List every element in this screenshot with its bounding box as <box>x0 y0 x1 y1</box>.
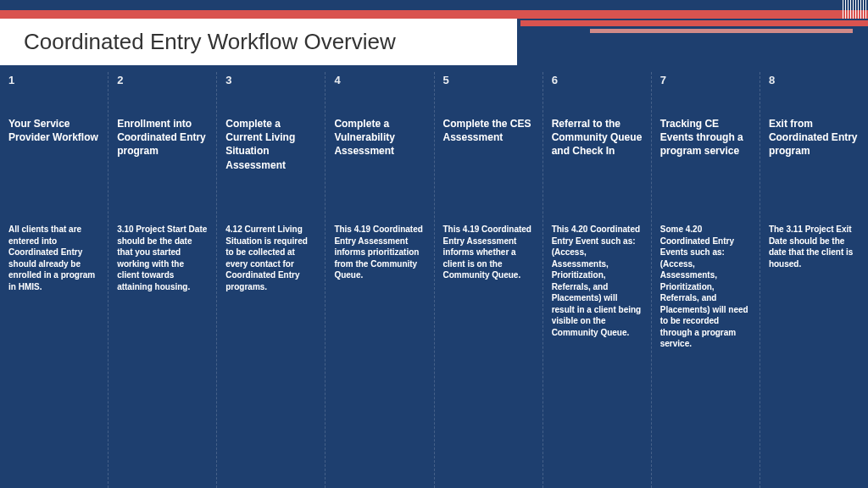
workflow-step: 3 Complete a Current Living Situation As… <box>216 72 325 488</box>
edge-lines-decoration <box>843 0 868 19</box>
workflow-step: 5 Complete the CES Assessment This 4.19 … <box>434 72 542 488</box>
step-title: Your Service Provider Workflow <box>8 117 99 210</box>
step-body: Some 4.20 Coordinated Entry Events such … <box>660 224 751 350</box>
step-title: Exit from Coordinated Entry program <box>769 117 860 210</box>
workflow-grid: 1 Your Service Provider Workflow All cli… <box>0 72 868 488</box>
step-number: 6 <box>552 74 643 86</box>
step-number: 4 <box>334 74 425 86</box>
step-number: 3 <box>225 74 316 86</box>
workflow-step: 2 Enrollment into Coordinated Entry prog… <box>108 72 216 488</box>
step-number: 7 <box>660 74 751 86</box>
red-bar-1 <box>520 20 868 26</box>
red-stripe <box>0 10 868 19</box>
workflow-step: 4 Complete a Vulnerability Assessment Th… <box>325 72 433 488</box>
step-body: 4.12 Current Living Situation is require… <box>225 224 316 292</box>
step-title: Complete the CES Assessment <box>443 117 534 210</box>
step-number: 5 <box>443 74 534 86</box>
step-title: Referral to the Community Queue and Chec… <box>552 117 643 210</box>
page-title: Coordinated Entry Workflow Overview <box>24 29 396 55</box>
step-title: Complete a Vulnerability Assessment <box>334 117 425 210</box>
top-bar <box>0 0 868 19</box>
workflow-step: 7 Tracking CE Events through a program s… <box>651 72 760 488</box>
step-number: 2 <box>117 74 208 86</box>
step-body: The 3.11 Project Exit Date should be the… <box>769 224 860 269</box>
workflow-step: 8 Exit from Coordinated Entry program Th… <box>760 72 868 488</box>
title-band: Coordinated Entry Workflow Overview <box>0 19 517 65</box>
step-body: This 4.19 Coordinated Entry Assessment i… <box>334 224 425 281</box>
step-body: 3.10 Project Start Date should be the da… <box>117 224 208 292</box>
red-bar-2 <box>590 29 853 33</box>
step-body: This 4.19 Coordinated Entry Assessment i… <box>443 224 534 281</box>
step-title: Complete a Current Living Situation Asse… <box>225 117 316 210</box>
step-title: Tracking CE Events through a program ser… <box>660 117 751 210</box>
step-number: 8 <box>769 74 860 86</box>
step-number: 1 <box>8 74 99 86</box>
workflow-step: 1 Your Service Provider Workflow All cli… <box>0 72 108 488</box>
workflow-step: 6 Referral to the Community Queue and Ch… <box>542 72 651 488</box>
step-body: All clients that are entered into Coordi… <box>8 224 99 292</box>
red-accent-bars <box>517 19 868 37</box>
step-title: Enrollment into Coordinated Entry progra… <box>117 117 208 210</box>
step-body: This 4.20 Coordinated Entry Event such a… <box>552 224 643 338</box>
